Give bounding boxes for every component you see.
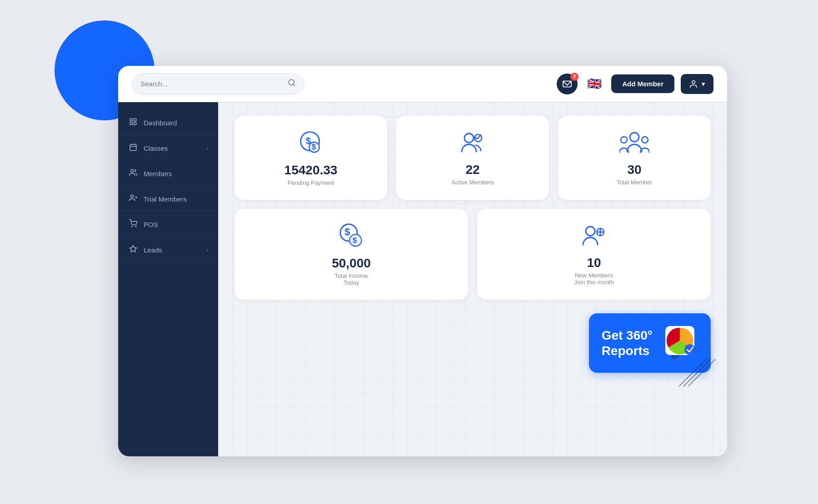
sidebar-item-members[interactable]: Members [118,162,218,186]
active-members-value: 22 [465,163,479,177]
mail-badge: 0 [570,73,579,81]
svg-rect-6 [130,123,132,125]
svg-point-12 [131,169,134,172]
total-income-value: 50,000 [332,256,371,271]
svg-marker-18 [130,246,137,252]
svg-rect-5 [134,119,136,121]
leads-chevron: › [206,247,208,253]
svg-line-41 [683,359,711,386]
app-window: 0 🇬🇧 Add Member ▾ [118,66,727,456]
members-icon [128,168,138,179]
stat-card-pending-payment: $ $ 15420.33 Pending Payment [234,116,387,200]
search-icon [288,79,296,89]
header: 0 🇬🇧 Add Member ▾ [118,66,727,102]
stat-card-total-member: 30 Total Member [558,116,711,200]
svg-point-37 [684,344,695,355]
header-actions: 0 🇬🇧 Add Member ▾ [557,74,713,94]
reports-text-line1: Get 360° [602,328,653,342]
reports-banner-text: Get 360° Reports [602,328,653,358]
svg-rect-7 [134,123,136,125]
dashboard-icon [128,118,138,128]
svg-point-13 [131,195,134,198]
reports-chart-icon [662,322,698,364]
sidebar-item-classes[interactable]: Classes › Schedule Classes 📅 [118,137,218,160]
svg-point-23 [464,133,474,143]
classes-icon [128,143,138,153]
svg-rect-4 [130,119,132,121]
language-flag[interactable]: 🇬🇧 [584,74,605,94]
svg-point-17 [135,226,136,227]
pending-payment-label: Pending Payment [288,179,334,186]
svg-text:$: $ [353,236,357,245]
sidebar-item-trial-members[interactable]: Trial Members [118,188,218,211]
svg-point-16 [132,226,133,227]
svg-point-32 [586,227,595,236]
classes-chevron: › [206,145,208,152]
active-members-icon [459,130,486,158]
main-content: $ $ 15420.33 Pending Payment [218,102,727,456]
total-member-label: Total Member [617,179,653,186]
sidebar-members-label: Members [144,170,208,178]
svg-point-3 [692,80,695,84]
pos-icon [128,219,138,230]
total-income-icon: $ $ [338,222,365,252]
sidebar-item-label: Dashboard [144,119,208,127]
active-members-label: Active Members [451,179,494,186]
total-member-value: 30 [627,163,641,177]
user-menu-button[interactable]: ▾ [681,74,713,94]
reports-text-line2: Reports [602,344,650,358]
sidebar-classes-label: Classes [144,144,201,152]
user-chevron: ▾ [702,80,705,88]
leads-icon [128,245,138,255]
total-income-label1: Total Income [334,272,368,279]
pending-payment-value: 15420.33 [284,163,338,178]
search-input[interactable] [140,80,284,88]
sidebar-leads-label: Leads [144,246,201,254]
pending-payment-icon: $ $ [298,129,324,158]
svg-point-27 [642,137,648,143]
search-bar[interactable] [132,73,304,95]
body-layout: Dashboard Classes › Sche [118,102,727,456]
stat-card-active-members: 22 Active Members [396,116,549,200]
new-members-label2: Join this month [574,279,614,286]
sidebar-pos-label: POS [144,221,208,228]
svg-line-1 [293,84,294,85]
svg-text:$: $ [312,143,316,151]
diagonal-decoration [679,359,715,386]
sidebar: Dashboard Classes › Sche [118,102,218,456]
svg-point-25 [621,137,627,143]
sidebar-trial-label: Trial Members [144,195,208,203]
mail-button[interactable]: 0 [557,74,578,94]
svg-point-26 [630,133,639,142]
trial-members-icon [128,194,138,204]
stat-card-new-members: 10 New Members Join this month [477,209,711,300]
stats-grid-bottom: $ $ 50,000 Total Income Today [234,209,711,300]
stats-grid-top: $ $ 15420.33 Pending Payment [234,116,711,200]
total-income-label2: Today [344,279,359,286]
sidebar-item-leads[interactable]: Leads › Manage Leads 🧲 [118,238,218,262]
new-members-label1: New Members [575,272,613,279]
sidebar-item-dashboard[interactable]: Dashboard [118,111,218,135]
total-member-icon [619,130,649,158]
stat-card-total-income: $ $ 50,000 Total Income Today [234,209,468,300]
svg-text:$: $ [344,226,350,237]
add-member-button[interactable]: Add Member [611,74,674,93]
sidebar-item-pos[interactable]: POS [118,213,218,237]
svg-rect-8 [130,144,136,151]
new-members-value: 10 [587,256,601,270]
new-members-icon [580,223,608,251]
